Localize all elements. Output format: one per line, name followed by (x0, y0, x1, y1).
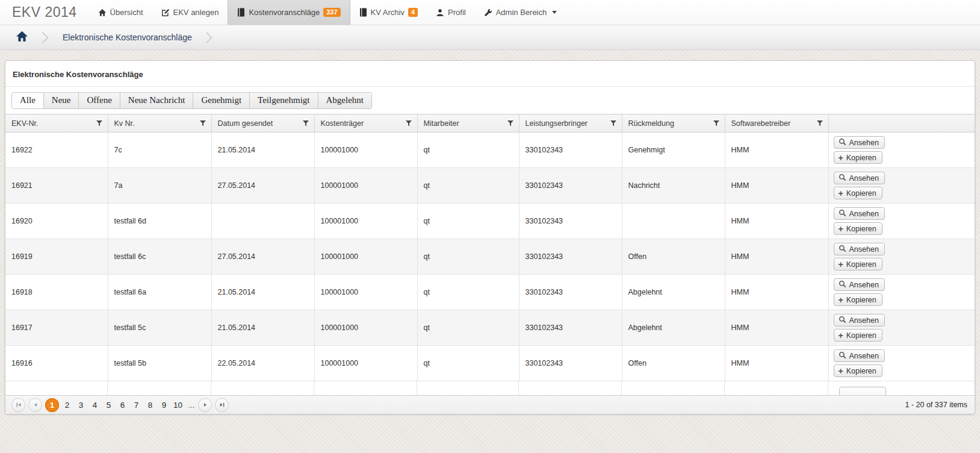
page-number[interactable]: 2 (60, 401, 74, 410)
chevron-down-icon (552, 11, 557, 14)
filter-tab-neue-nachricht[interactable]: Neue Nachricht (120, 93, 194, 108)
page-number[interactable]: 7 (129, 401, 143, 410)
filter-tab-neue[interactable]: Neue (44, 93, 79, 108)
table-row: 16916 testfall 5b 22.05.2014 100001000 q… (5, 346, 975, 381)
ansehen-button[interactable]: Ansehen (834, 278, 885, 291)
next-page-button[interactable] (198, 398, 212, 412)
last-page-button[interactable] (215, 398, 229, 412)
nav-item-admin-bereich[interactable]: Admin Bereich (475, 0, 566, 25)
filter-tab-alle[interactable]: Alle (12, 93, 44, 108)
count-badge: 337 (323, 8, 340, 17)
page-number[interactable]: 9 (157, 401, 171, 410)
filter-funnel-icon[interactable] (96, 120, 103, 127)
kopieren-button[interactable]: +Kopieren (834, 151, 882, 164)
page-number-current[interactable]: 1 (45, 398, 59, 412)
plus-icon: + (839, 154, 843, 162)
table-row: 16918 testfall 6a 21.05.2014 100001000 q… (5, 275, 975, 310)
user-icon (436, 8, 444, 17)
nav-item-label: Profil (448, 8, 466, 17)
column-header-mitarbeiter[interactable]: Mitarbeiter (417, 114, 519, 133)
kopieren-button[interactable]: +Kopieren (834, 187, 882, 199)
column-header-kv-nr[interactable]: Kv Nr. (108, 114, 211, 133)
column-header-actions (828, 114, 975, 133)
ansehen-button-clipped (839, 387, 886, 395)
nav-item-uebersicht[interactable]: Übersicht (89, 0, 152, 25)
page-number[interactable]: 10 (171, 401, 185, 410)
page-number[interactable]: 3 (74, 401, 88, 410)
filter-tab-offene[interactable]: Offene (79, 93, 120, 108)
kopieren-button[interactable]: +Kopieren (834, 293, 882, 306)
nav-item-label: KV Archiv (371, 8, 405, 17)
first-page-button[interactable] (11, 398, 25, 412)
filter-funnel-icon[interactable] (405, 120, 412, 127)
ansehen-button[interactable]: Ansehen (834, 172, 885, 184)
column-header-leistungserbringer[interactable]: Leistungserbringer (519, 114, 622, 133)
column-header-rueckmeldung[interactable]: Rückmeldung (622, 114, 725, 133)
table-row: 16919 testfall 6c 27.05.2014 100001000 q… (5, 239, 975, 275)
filter-funnel-icon[interactable] (816, 120, 823, 127)
nav-item-kv-archiv[interactable]: KV Archiv 4 (350, 0, 427, 25)
kopieren-button[interactable]: +Kopieren (834, 222, 882, 235)
ansehen-button[interactable]: Ansehen (834, 243, 885, 255)
column-header-kostentraeger[interactable]: Kostenträger (314, 114, 417, 133)
top-navigation-bar: EKV 2014 Übersicht EKV anlegen Kostenvor… (0, 0, 980, 25)
column-header-datum-gesendet[interactable]: Datum gesendet (211, 114, 314, 133)
nav-item-profil[interactable]: Profil (427, 0, 475, 25)
ansehen-button[interactable]: Ansehen (834, 314, 885, 326)
magnifier-icon (839, 316, 846, 325)
magnifier-icon (839, 280, 846, 290)
filter-tab-genehmigt[interactable]: Genehmigt (193, 93, 250, 108)
kopieren-button[interactable]: +Kopieren (834, 329, 882, 342)
filter-funnel-icon[interactable] (302, 120, 309, 127)
table-row: 16917 testfall 5c 21.05.2014 100001000 q… (5, 310, 975, 346)
page-number[interactable]: 4 (88, 401, 102, 410)
magnifier-icon (839, 351, 846, 361)
nav-item-kostenvoranschlaege[interactable]: Kostenvoranschläge 337 (228, 0, 350, 25)
filter-funnel-icon[interactable] (199, 120, 206, 127)
count-badge: 4 (408, 8, 418, 17)
magnifier-icon (839, 245, 846, 254)
table-row: 16922 7c 21.05.2014 100001000 qt 3301023… (5, 133, 975, 168)
home-icon (16, 31, 28, 45)
filter-funnel-icon[interactable] (713, 120, 720, 127)
archive-icon (359, 8, 367, 17)
app-logo: EKV 2014 (0, 0, 89, 25)
table-row: 16920 testfall 6d 100001000 qt 330102343… (5, 204, 975, 239)
partial-row (5, 381, 975, 395)
status-filter-tabstrip: Alle Neue Offene Neue Nachricht Genehmig… (11, 92, 372, 109)
nav-item-label: EKV anlegen (173, 8, 219, 17)
pager-info: 1 - 20 of 337 items (905, 401, 967, 409)
ansehen-button[interactable]: Ansehen (834, 207, 885, 220)
breadcrumb-home[interactable] (16, 31, 28, 45)
breadcrumb: Elektronische Kostenvoranschläge (0, 25, 980, 50)
filter-tab-abgelehnt[interactable]: Abgelehnt (318, 93, 371, 108)
ansehen-button[interactable]: Ansehen (834, 136, 885, 149)
table-header-row: EKV-Nr. Kv Nr. Datum gesendet Kostenträg… (5, 114, 975, 133)
filter-funnel-icon[interactable] (507, 120, 514, 127)
breadcrumb-separator-icon (37, 32, 48, 43)
plus-icon: + (839, 331, 843, 340)
magnifier-icon (839, 209, 846, 219)
page-number[interactable]: 6 (116, 401, 129, 410)
kopieren-button[interactable]: +Kopieren (834, 258, 882, 270)
filter-funnel-icon[interactable] (610, 120, 617, 127)
plus-icon: + (839, 189, 843, 198)
plus-icon: + (839, 260, 843, 269)
previous-page-button[interactable] (28, 398, 42, 412)
breadcrumb-separator-icon (201, 32, 212, 43)
home-icon (98, 8, 107, 17)
ansehen-button[interactable]: Ansehen (834, 349, 885, 362)
page-ellipsis: ... (185, 401, 198, 410)
filter-tab-teilgenehmigt[interactable]: Teilgenehmigt (250, 93, 318, 108)
column-header-softwarebetreiber[interactable]: Softwarebetreiber (725, 114, 828, 133)
kopieren-button[interactable]: +Kopieren (834, 364, 882, 377)
page-number[interactable]: 8 (143, 401, 157, 410)
table-row: 16921 7a 27.05.2014 100001000 qt 3301023… (5, 168, 975, 204)
nav-item-ekv-anlegen[interactable]: EKV anlegen (152, 0, 228, 25)
column-header-ekv-nr[interactable]: EKV-Nr. (5, 114, 108, 133)
wrench-icon (484, 8, 492, 17)
ekv-table: EKV-Nr. Kv Nr. Datum gesendet Kostenträg… (5, 114, 975, 381)
magnifier-icon (839, 173, 846, 183)
page-number[interactable]: 5 (102, 401, 116, 410)
nav-item-label: Kostenvoranschläge (249, 8, 320, 17)
